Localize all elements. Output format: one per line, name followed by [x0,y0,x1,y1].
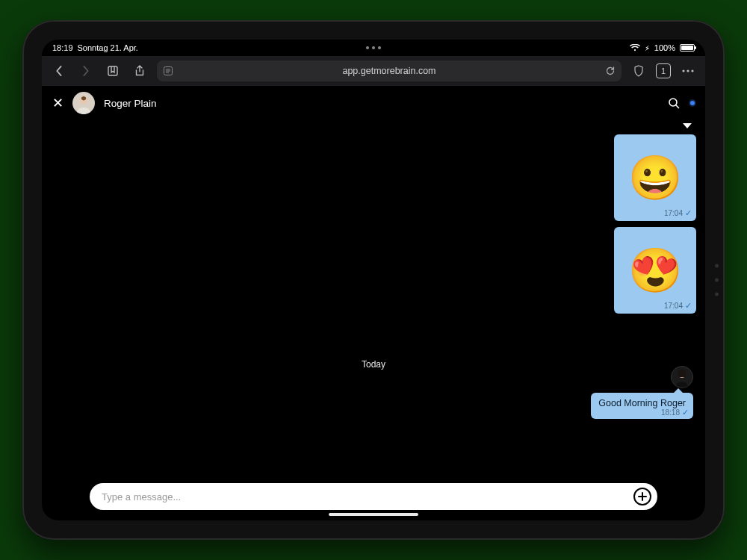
message-time: 18:18 [661,408,680,417]
plus-icon [638,492,647,501]
home-indicator[interactable] [329,513,418,516]
charging-icon: ⚡︎ [645,44,650,52]
message-bubble[interactable]: Good Morning Roger 18:18✓ [591,393,693,419]
url-text: app.getmorebrain.com [342,66,436,76]
message-bubble[interactable]: 😍 17:04✓ [614,227,696,314]
battery-pct: 100% [654,43,675,52]
battery-icon [680,44,695,52]
status-date: Sonntag 21. Apr. [78,43,138,52]
svg-point-2 [682,69,684,72]
ipad-frame: 18:19 Sonntag 21. Apr. ⚡︎ 100% [22,20,725,540]
contact-name: Roger Plain [104,98,157,109]
delivered-check-icon: ✓ [685,208,692,218]
self-avatar[interactable] [671,366,693,388]
status-time: 18:19 [52,43,73,52]
wifi-icon [630,44,640,52]
close-button[interactable]: ✕ [52,95,63,111]
share-button[interactable] [130,61,149,81]
chat-body[interactable]: 😀 17:04✓ 😍 17:04✓ Good Morning Roger 18:… [42,120,705,476]
status-bar: 18:19 Sonntag 21. Apr. ⚡︎ 100% [42,40,705,56]
bubble-tail-icon [683,123,692,128]
svg-point-4 [691,69,693,72]
multitask-dots[interactable] [366,46,381,49]
message-time: 17:04 [664,209,683,217]
search-icon[interactable] [668,97,680,109]
message-bubble[interactable]: 😀 17:04✓ [614,134,696,221]
screen: 18:19 Sonntag 21. Apr. ⚡︎ 100% [42,40,705,520]
emoji-content: 😀 [628,156,682,199]
reader-icon[interactable] [163,66,173,76]
composer[interactable] [90,483,657,510]
bookmarks-button[interactable] [103,61,123,81]
more-button[interactable] [678,61,698,81]
tabs-button[interactable]: 1 [656,63,671,78]
shield-icon[interactable] [629,61,648,81]
forward-button[interactable] [76,61,96,81]
reload-button[interactable] [605,66,616,76]
delivered-check-icon: ✓ [682,408,689,417]
presence-indicator [690,101,695,105]
address-bar[interactable]: app.getmorebrain.com [157,60,622,81]
contact-avatar[interactable] [72,92,95,114]
back-button[interactable] [49,61,69,81]
date-separator: Today [362,359,385,370]
message-input[interactable] [102,491,633,503]
browser-toolbar: app.getmorebrain.com 1 [42,56,705,86]
chat-header: ✕ Roger Plain [42,86,705,120]
delivered-check-icon: ✓ [685,301,692,311]
message-time: 17:04 [664,302,683,310]
add-button[interactable] [633,488,651,505]
message-text: Good Morning Roger [598,398,686,408]
emoji-content: 😍 [628,249,682,292]
svg-point-3 [686,69,689,72]
